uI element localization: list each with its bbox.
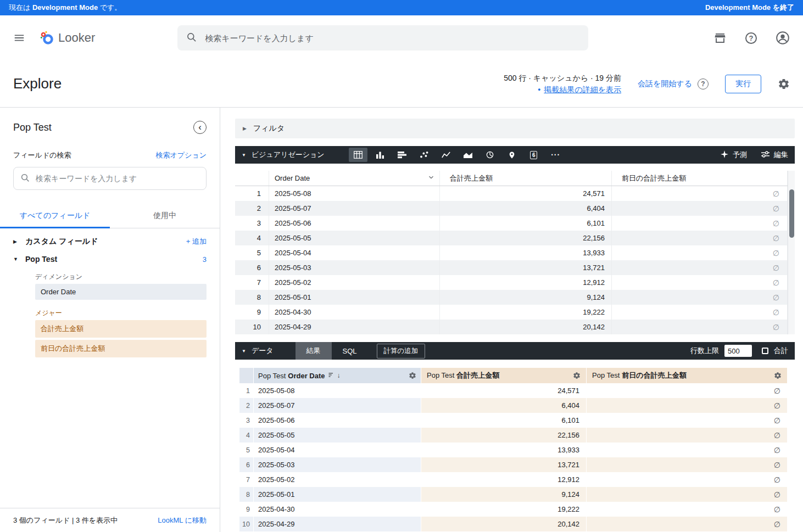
total-sales-cell[interactable]: 13,933 xyxy=(440,245,612,260)
exit-dev-mode-button[interactable]: Development Mode を終了 xyxy=(705,3,794,13)
total-sales-cell[interactable]: 13,721 xyxy=(440,260,612,275)
viz-scrollbar[interactable] xyxy=(788,171,795,334)
viz-col-order-date[interactable]: Order Date xyxy=(269,171,440,186)
marketplace-icon[interactable] xyxy=(713,31,727,44)
prev-total-sales-cell[interactable]: ∅ xyxy=(587,487,788,502)
total-sales-cell[interactable]: 6,101 xyxy=(440,216,612,231)
prev-total-sales-cell[interactable]: ∅ xyxy=(587,457,788,472)
bar-chart-icon[interactable] xyxy=(393,148,411,162)
total-sales-cell[interactable]: 13,721 xyxy=(421,457,587,472)
edit-viz-button[interactable]: 編集 xyxy=(761,150,788,160)
total-sales-cell[interactable]: 12,912 xyxy=(440,275,612,290)
total-sales-cell[interactable]: 19,222 xyxy=(421,502,587,517)
gear-icon[interactable] xyxy=(409,372,416,379)
more-viz-types-icon[interactable]: ··· xyxy=(547,148,565,162)
order-date-cell[interactable]: 2025-04-30 xyxy=(269,305,440,320)
gear-icon[interactable] xyxy=(774,372,782,379)
total-sales-cell[interactable]: 13,933 xyxy=(421,443,587,457)
row-limit-input[interactable] xyxy=(724,345,752,357)
tab-in-use[interactable]: 使用中 xyxy=(110,204,220,228)
field-search-input[interactable] xyxy=(36,174,199,183)
add-calculation-button[interactable]: 計算の追加 xyxy=(377,344,426,359)
data-col-order-date[interactable]: Pop TestOrder Date ↓ xyxy=(254,368,421,383)
hamburger-menu-icon[interactable] xyxy=(13,32,25,44)
prev-total-sales-cell[interactable]: ∅ xyxy=(612,320,788,334)
prev-total-sales-cell[interactable]: ∅ xyxy=(612,231,788,245)
chevron-down-icon[interactable]: ▼ xyxy=(242,153,246,158)
total-sales-cell[interactable]: 6,404 xyxy=(421,398,587,413)
order-date-cell[interactable]: 2025-05-04 xyxy=(254,443,421,457)
prev-total-sales-cell[interactable]: ∅ xyxy=(612,260,788,275)
total-sales-cell[interactable]: 22,156 xyxy=(421,428,587,443)
total-sales-cell[interactable]: 22,156 xyxy=(440,231,612,245)
prev-total-sales-cell[interactable]: ∅ xyxy=(587,472,788,487)
total-sales-cell[interactable]: 9,124 xyxy=(421,487,587,502)
area-chart-icon[interactable] xyxy=(459,148,477,162)
account-icon[interactable] xyxy=(776,31,790,45)
chevron-down-icon[interactable]: ▼ xyxy=(242,349,246,354)
prev-total-sales-cell[interactable]: ∅ xyxy=(612,216,788,231)
order-date-cell[interactable]: 2025-05-05 xyxy=(269,231,440,245)
visualization-label[interactable]: ビジュアリゼーション xyxy=(252,150,325,160)
order-date-cell[interactable]: 2025-05-02 xyxy=(254,472,421,487)
data-label[interactable]: データ xyxy=(252,346,274,356)
help-icon[interactable]: ? xyxy=(745,32,757,44)
chat-help-icon[interactable]: ? xyxy=(698,79,709,89)
run-button[interactable]: 実行 xyxy=(725,75,761,93)
total-sales-cell[interactable]: 20,142 xyxy=(421,517,587,531)
total-sales-cell[interactable]: 24,571 xyxy=(421,383,587,398)
total-sales-cell[interactable]: 20,142 xyxy=(440,320,612,334)
looker-logo[interactable]: Looker xyxy=(40,30,95,46)
field-search-bar[interactable] xyxy=(13,167,207,190)
table-icon[interactable] xyxy=(349,148,367,162)
go-to-lookml-link[interactable]: LookML に移動 xyxy=(158,516,207,525)
order-date-cell[interactable]: 2025-05-07 xyxy=(254,398,421,413)
result-details-link[interactable]: 掲載結果の詳細を表示 xyxy=(544,85,621,94)
column-chart-icon[interactable] xyxy=(371,148,389,162)
tab-all-fields[interactable]: すべてのフィールド xyxy=(0,204,110,228)
filters-section-header[interactable]: ▶ フィルタ xyxy=(235,119,795,138)
scatter-plot-icon[interactable] xyxy=(415,148,433,162)
order-date-cell[interactable]: 2025-04-30 xyxy=(254,502,421,517)
measure-field[interactable]: 前日の合計売上金額 xyxy=(35,340,207,357)
order-date-cell[interactable]: 2025-05-01 xyxy=(254,487,421,502)
viz-scrollbar-thumb[interactable] xyxy=(789,189,794,238)
map-icon[interactable] xyxy=(503,148,521,162)
prev-total-sales-cell[interactable]: ∅ xyxy=(612,275,788,290)
start-chat-link[interactable]: 会話を開始する xyxy=(638,79,692,89)
prev-total-sales-cell[interactable]: ∅ xyxy=(612,245,788,260)
total-sales-cell[interactable]: 9,124 xyxy=(440,290,612,305)
order-date-cell[interactable]: 2025-04-29 xyxy=(254,517,421,531)
prev-total-sales-cell[interactable]: ∅ xyxy=(612,186,788,201)
column-menu-icon[interactable] xyxy=(427,173,435,183)
prev-total-sales-cell[interactable]: ∅ xyxy=(612,290,788,305)
prev-total-sales-cell[interactable]: ∅ xyxy=(612,201,788,216)
prev-total-sales-cell[interactable]: ∅ xyxy=(587,383,788,398)
order-date-cell[interactable]: 2025-05-02 xyxy=(269,275,440,290)
order-date-cell[interactable]: 2025-05-03 xyxy=(254,457,421,472)
custom-fields-row[interactable]: ▶ カスタム フィールド + 追加 xyxy=(0,228,220,247)
totals-checkbox[interactable] xyxy=(762,348,768,354)
order-date-cell[interactable]: 2025-05-06 xyxy=(269,216,440,231)
line-chart-icon[interactable] xyxy=(437,148,455,162)
forecast-button[interactable]: 予測 xyxy=(721,150,747,160)
order-date-cell[interactable]: 2025-05-01 xyxy=(269,290,440,305)
prev-total-sales-cell[interactable]: ∅ xyxy=(612,305,788,320)
pie-chart-icon[interactable] xyxy=(481,148,499,162)
viz-col-prev-total-sales[interactable]: 前日の合計売上金額 xyxy=(612,171,788,186)
prev-total-sales-cell[interactable]: ∅ xyxy=(587,413,788,428)
prev-total-sales-cell[interactable]: ∅ xyxy=(587,517,788,531)
prev-total-sales-cell[interactable]: ∅ xyxy=(587,502,788,517)
order-date-cell[interactable]: 2025-05-08 xyxy=(254,383,421,398)
data-col-total-sales[interactable]: Pop Test合計売上金額 xyxy=(421,368,587,383)
pop-test-group-row[interactable]: ▼ Pop Test 3 xyxy=(0,247,220,264)
order-date-cell[interactable]: 2025-05-03 xyxy=(269,260,440,275)
collapse-sidebar-icon[interactable]: ‹ xyxy=(193,121,207,134)
measure-field[interactable]: 合計売上金額 xyxy=(35,320,207,338)
total-sales-cell[interactable]: 19,222 xyxy=(440,305,612,320)
dimension-field[interactable]: Order Date xyxy=(35,284,207,300)
prev-total-sales-cell[interactable]: ∅ xyxy=(587,398,788,413)
single-value-icon[interactable]: 6 xyxy=(525,148,543,162)
explore-settings-gear-icon[interactable] xyxy=(778,78,790,90)
tab-sql[interactable]: SQL xyxy=(332,342,368,360)
